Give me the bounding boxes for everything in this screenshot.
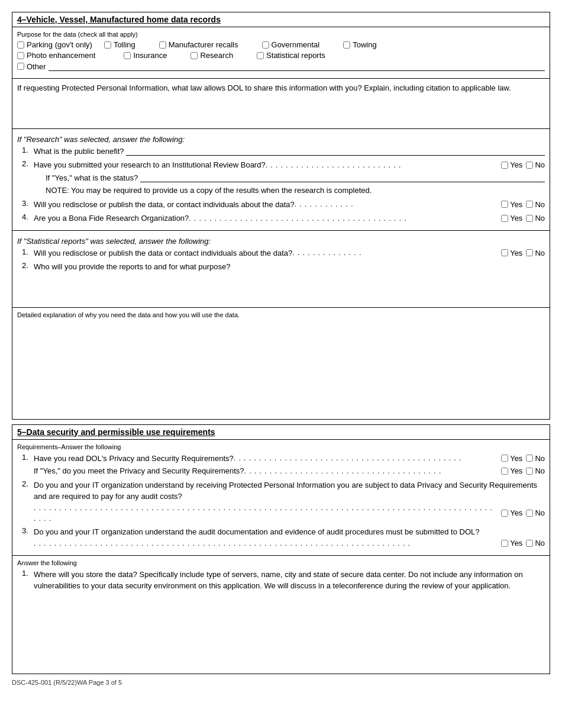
research-note: NOTE: You may be required to provide us … <box>46 185 545 197</box>
research-q3-no-checkbox[interactable] <box>526 201 533 208</box>
towing-checkbox[interactable] <box>343 41 350 49</box>
req-q2-num: 2. <box>22 479 34 525</box>
research-q1-text: What is the public benefit? <box>34 146 124 157</box>
parking-checkbox[interactable] <box>17 41 24 49</box>
research-checkbox[interactable] <box>190 52 198 59</box>
statistical-q1-yn: Yes No <box>501 247 545 259</box>
req-q2-yes-checkbox[interactable] <box>501 510 508 517</box>
ppi-question: If requesting Protected Personal Informa… <box>17 82 545 94</box>
research-q4-content: Are you a Bona Fide Research Organizatio… <box>34 212 545 226</box>
statistical-q1-yes-label: Yes <box>510 247 522 259</box>
towing-label: Towing <box>353 40 376 49</box>
req-q3-no-checkbox[interactable] <box>526 540 533 547</box>
cb-towing-item: Towing <box>343 40 376 49</box>
req-q1-dots: . . . . . . . . . . . . . . . . . . . . … <box>234 453 498 463</box>
research-q2-row: Have you submitted your research to an I… <box>34 159 545 171</box>
parking-label: Parking (gov't only) <box>27 40 92 49</box>
req-q1-yn: Yes No <box>501 453 545 465</box>
ppi-block: If requesting Protected Personal Informa… <box>12 78 550 128</box>
research-q2-yes: Yes <box>501 159 522 171</box>
section-4-purpose: Purpose for the data (check all that app… <box>12 27 550 78</box>
governmental-checkbox[interactable] <box>262 41 269 49</box>
statistical-q1-no: No <box>526 247 545 259</box>
req-q1-no-checkbox[interactable] <box>526 455 533 462</box>
statistical-q1-no-checkbox[interactable] <box>526 249 533 256</box>
ans-q1-num: 1. <box>22 569 34 592</box>
req-q1: 1. Have you read DOL's Privacy and Secur… <box>17 453 545 478</box>
req-q3-yes-checkbox[interactable] <box>501 540 508 547</box>
governmental-label: Governmental <box>272 40 320 49</box>
insurance-checkbox[interactable] <box>124 52 131 59</box>
research-q4-yes: Yes <box>501 212 522 224</box>
research-q3-yn: Yes No <box>501 199 545 211</box>
research-q1-num: 1. <box>22 146 34 159</box>
research-q3-yes-checkbox[interactable] <box>501 201 508 208</box>
req-q1b-no-checkbox[interactable] <box>526 468 533 475</box>
manufacturer-checkbox[interactable] <box>159 41 166 49</box>
req-q3-num: 3. <box>22 526 34 550</box>
statistical-q1-text: Will you redisclose or publish the data … <box>34 247 292 259</box>
research-q1-answer-line <box>126 146 545 156</box>
research-q2-no-checkbox[interactable] <box>526 162 533 169</box>
research-q3: 3. Will you redisclose or publish the da… <box>17 199 545 212</box>
req-q1-yes-checkbox[interactable] <box>501 455 508 462</box>
statistical-q2: 2. Who will you provide the reports to a… <box>17 261 545 273</box>
research-q3-no-label: No <box>535 199 545 211</box>
research-q4-no-label: No <box>535 212 545 224</box>
research-q4-no-checkbox[interactable] <box>526 215 533 222</box>
footer: DSC-425-001 (R/5/22)WA Page 3 of 5 <box>12 679 550 686</box>
research-q3-content: Will you redisclose or publish the data,… <box>34 199 545 212</box>
statistical-checkbox[interactable] <box>257 52 264 59</box>
cb-parking-item: Parking (gov't only) <box>17 40 92 49</box>
req-q1b-yes-checkbox[interactable] <box>501 468 508 475</box>
other-row: Other <box>17 62 545 71</box>
section-5: 5–Data security and permissible use requ… <box>12 424 550 674</box>
research-q3-no: No <box>526 199 545 211</box>
research-q2: 2. Have you submitted your research to a… <box>17 159 545 198</box>
research-q4-num: 4. <box>22 212 34 226</box>
insurance-label: Insurance <box>133 51 167 60</box>
section-5-header: 5–Data security and permissible use requ… <box>12 425 550 440</box>
purpose-label: Purpose for the data (check all that app… <box>17 31 545 38</box>
research-q2-ifyes-line <box>140 173 545 182</box>
req-q2-text: Do you and your IT organization understa… <box>34 481 537 501</box>
research-header: If "Research" was selected, answer the f… <box>17 135 545 144</box>
research-q2-yn: Yes No <box>501 159 545 171</box>
req-q3-content: Do you and your IT organization understa… <box>34 526 545 550</box>
tolling-label: Tolling <box>114 40 135 49</box>
req-q1-no-label: No <box>535 453 545 465</box>
research-q3-yes-label: Yes <box>510 199 522 211</box>
req-q1b-dots: . . . . . . . . . . . . . . . . . . . . … <box>244 466 498 476</box>
statistical-q1-yes: Yes <box>501 247 522 259</box>
statistical-q1-content: Will you redisclose or publish the data … <box>34 247 545 260</box>
ans-q1-text: Where will you store the data? Specifica… <box>34 570 523 591</box>
research-q4-text: Are you a Bona Fide Research Organizatio… <box>34 212 189 224</box>
research-q3-dots: . . . . . . . . . . . . <box>295 199 498 210</box>
req-q2-no-checkbox[interactable] <box>526 510 533 517</box>
statistical-q1-dots: . . . . . . . . . . . . . . <box>292 247 498 258</box>
statistical-q1-yes-checkbox[interactable] <box>501 249 508 256</box>
research-q2-ifyes-row: If "Yes," what is the status? <box>46 172 545 184</box>
research-q4-dots: . . . . . . . . . . . . . . . . . . . . … <box>189 213 498 224</box>
tolling-checkbox[interactable] <box>104 41 111 49</box>
req-q2-yn: Yes No <box>501 507 545 519</box>
req-q3-no: No <box>526 537 545 549</box>
cb-tolling-item: Tolling <box>104 40 135 49</box>
research-q4-yes-checkbox[interactable] <box>501 215 508 222</box>
section-4-header: 4–Vehicle, Vessel, Manufactured home dat… <box>12 12 550 27</box>
statistical-q2-answer-area <box>17 274 545 304</box>
detail-blank <box>17 321 545 415</box>
checkboxes-row-1: Parking (gov't only) Tolling Manufacture… <box>17 40 545 49</box>
req-q2-text-block: Do you and your IT organization understa… <box>34 479 545 502</box>
research-q3-num: 3. <box>22 199 34 212</box>
statistical-header: If "Statistical reports" was selected, a… <box>17 237 545 246</box>
research-q2-ifyes-text: If "Yes," what is the status? <box>46 172 138 184</box>
other-text-line <box>49 62 545 71</box>
research-q3-yes: Yes <box>501 199 522 211</box>
other-checkbox[interactable] <box>17 63 24 70</box>
photo-checkbox[interactable] <box>17 52 24 59</box>
research-q2-yes-checkbox[interactable] <box>501 162 508 169</box>
section-4: 4–Vehicle, Vessel, Manufactured home dat… <box>12 12 550 420</box>
req-q1b-yn: Yes No <box>501 465 545 477</box>
req-q1b-no: No <box>526 465 545 477</box>
